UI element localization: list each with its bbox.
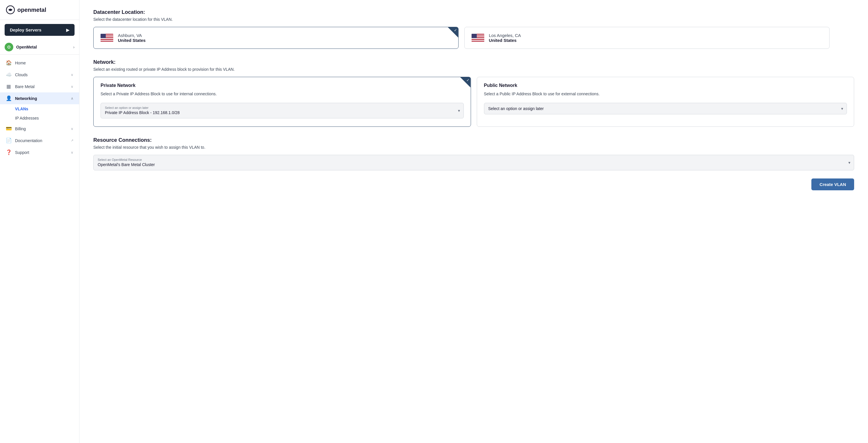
- private-network-title: Private Network: [100, 83, 464, 88]
- location-country: United States: [489, 38, 521, 43]
- private-network-card[interactable]: Private Network Select a Private IP Addr…: [93, 77, 471, 127]
- public-network-description: Select a Public IP Address Block to use …: [484, 91, 847, 97]
- resource-connections-section: Resource Connections: Select the initial…: [93, 137, 854, 170]
- private-network-select[interactable]: Select an option or assign later Private…: [100, 103, 464, 118]
- sidebar-item-label: Billing: [15, 126, 26, 131]
- chevron-down-icon: ∨: [71, 127, 73, 131]
- location-country: United States: [118, 38, 146, 43]
- primary-nav: 🏠 Home ☁️ Clouds ∨ ▦ Bare Metal ∨ 👤 Netw…: [0, 55, 79, 161]
- public-network-select[interactable]: Select an option or assign later ▾: [484, 103, 847, 114]
- public-select-value: Select an option or assign later: [488, 106, 544, 111]
- location-info-ashburn: Ashburn, VA United States: [118, 33, 146, 43]
- sidebar-item-label: Documentation: [15, 138, 42, 143]
- checkmark-icon: ✓: [454, 28, 457, 32]
- sidebar-item-documentation[interactable]: 📄 Documentation ↗: [0, 134, 79, 147]
- resource-select-value: OpenMetal's Bare Metal Cluster: [98, 162, 155, 167]
- location-card-ashburn[interactable]: Ashburn, VA United States ✓: [93, 27, 459, 49]
- create-vlan-button[interactable]: Create VLAN: [811, 179, 854, 190]
- org-info: O OpenMetal: [5, 43, 37, 52]
- us-flag-icon: [100, 34, 113, 42]
- sidebar-item-label: Bare Metal: [15, 84, 35, 89]
- logo-area: openmetal: [0, 0, 79, 20]
- sidebar-item-label: Networking: [15, 96, 37, 101]
- dropdown-arrow-icon: ▾: [458, 108, 460, 113]
- sidebar-item-billing[interactable]: 💳 Billing ∨: [0, 123, 79, 134]
- datacenter-description: Select the datacenter location for this …: [93, 17, 854, 22]
- home-icon: 🏠: [6, 60, 11, 66]
- network-type-cards: Private Network Select a Private IP Addr…: [93, 77, 854, 127]
- org-avatar: O: [5, 43, 13, 52]
- selected-check-indicator: ✓: [448, 27, 458, 37]
- checkmark-icon: ✓: [466, 78, 469, 82]
- public-network-title: Public Network: [484, 83, 847, 88]
- openmetal-logo-icon: [6, 5, 15, 14]
- sidebar-item-label: Home: [15, 61, 26, 65]
- support-icon: ❓: [6, 149, 11, 155]
- network-section: Network: Select an existing routed or pr…: [93, 59, 854, 127]
- datacenter-location-cards: Ashburn, VA United States ✓ Los Angeles,…: [93, 27, 854, 49]
- sidebar-item-clouds[interactable]: ☁️ Clouds ∨: [0, 69, 79, 81]
- resource-connections-title: Resource Connections:: [93, 137, 854, 143]
- resource-select-label: Select an OpenMetal Resource: [98, 158, 843, 161]
- sidebar-item-ip-addresses[interactable]: IP Addresses: [15, 114, 79, 123]
- sidebar-item-label: Support: [15, 150, 29, 155]
- sidebar-item-support[interactable]: ❓ Support ∨: [0, 147, 79, 158]
- sidebar-item-bare-metal[interactable]: ▦ Bare Metal ∨: [0, 81, 79, 92]
- external-link-icon: ↗: [71, 138, 73, 143]
- location-city: Los Angeles, CA: [489, 33, 521, 38]
- bare-metal-icon: ▦: [6, 84, 11, 90]
- us-flag-icon: [471, 34, 484, 42]
- sidebar-item-vlans[interactable]: VLANs: [15, 104, 79, 114]
- chevron-up-icon: ∧: [71, 96, 73, 100]
- sidebar: openmetal Deploy Servers ▶ O OpenMetal ›…: [0, 0, 80, 443]
- resource-select[interactable]: Select an OpenMetal Resource OpenMetal's…: [93, 155, 854, 170]
- datacenter-section: Datacenter Location: Select the datacent…: [93, 9, 854, 49]
- main-content: Datacenter Location: Select the datacent…: [80, 0, 868, 443]
- private-network-description: Select a Private IP Address Block to use…: [100, 91, 464, 97]
- chevron-down-icon: ∨: [71, 85, 73, 89]
- chevron-down-icon: ∨: [71, 151, 73, 155]
- documentation-icon: 📄: [6, 137, 11, 144]
- sidebar-item-networking[interactable]: 👤 Networking ∧: [0, 92, 79, 104]
- public-network-card[interactable]: Public Network Select a Public IP Addres…: [477, 77, 855, 127]
- sidebar-item-label: Clouds: [15, 72, 28, 77]
- deploy-servers-button[interactable]: Deploy Servers ▶: [5, 24, 74, 36]
- logo-text: openmetal: [17, 7, 46, 13]
- network-description: Select an existing routed or private IP …: [93, 67, 854, 72]
- network-title: Network:: [93, 59, 854, 65]
- dropdown-arrow-icon: ▾: [848, 160, 850, 165]
- location-city: Ashburn, VA: [118, 33, 146, 38]
- billing-icon: 💳: [6, 126, 11, 132]
- location-card-los-angeles[interactable]: Los Angeles, CA United States: [464, 27, 830, 49]
- networking-subnav: VLANs IP Addresses: [0, 104, 79, 123]
- org-selector[interactable]: O OpenMetal ›: [0, 40, 79, 55]
- resource-connections-description: Select the initial resource that you wis…: [93, 145, 854, 150]
- location-info-la: Los Angeles, CA United States: [489, 33, 521, 43]
- form-actions: Create VLAN: [93, 179, 854, 190]
- dropdown-arrow-icon: ▾: [841, 106, 843, 111]
- networking-icon: 👤: [6, 95, 11, 101]
- deploy-button-label: Deploy Servers: [10, 27, 41, 32]
- private-select-value: Private IP Address Block - 192.168.1.0/2…: [105, 110, 180, 115]
- sidebar-item-home[interactable]: 🏠 Home: [0, 57, 79, 69]
- private-select-label: Select an option or assign later: [105, 106, 453, 109]
- org-chevron-icon: ›: [73, 45, 74, 50]
- clouds-icon: ☁️: [6, 72, 11, 78]
- datacenter-title: Datacenter Location:: [93, 9, 854, 15]
- chevron-down-icon: ∨: [71, 73, 73, 77]
- org-name: OpenMetal: [16, 45, 37, 50]
- deploy-arrow-icon: ▶: [66, 28, 69, 32]
